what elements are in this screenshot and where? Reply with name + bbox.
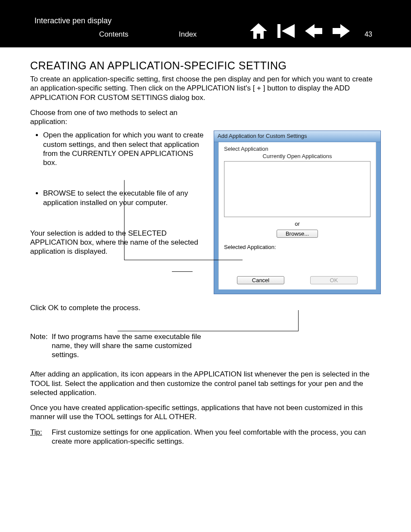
choose-methods: Choose from one of two methods to select… xyxy=(30,108,211,127)
page-content: CREATING AN APPLICATION-SPECIFIC SETTING… xyxy=(0,47,411,446)
bullet-open-app: Open the application for which you want … xyxy=(43,131,205,167)
currently-open-label: Currently Open Applications xyxy=(224,153,371,159)
tip-label: Tip: xyxy=(30,428,52,446)
connector-line xyxy=(298,310,299,331)
index-link[interactable]: Index xyxy=(179,30,197,39)
note-label: Note: xyxy=(30,332,52,360)
select-application-label: Select Application xyxy=(224,146,371,152)
selection-paragraph: Your selection is added to the SELECTED … xyxy=(30,229,205,256)
svg-rect-1 xyxy=(277,24,280,38)
svg-marker-3 xyxy=(305,24,322,38)
tip-text: First customize settings for one applica… xyxy=(52,428,381,446)
browse-button[interactable]: Browse... xyxy=(277,230,318,238)
next-page-icon[interactable] xyxy=(333,23,350,39)
svg-marker-2 xyxy=(282,24,295,38)
intro-paragraph: To create an application-specific settin… xyxy=(30,75,381,102)
dialog-titlebar: Add Application for Custom Settings xyxy=(214,131,380,142)
page-number: 43 xyxy=(364,31,372,38)
home-icon[interactable] xyxy=(250,23,267,39)
page-heading: CREATING AN APPLICATION-SPECIFIC SETTING xyxy=(30,59,381,72)
after-paragraph: After adding an application, its icon ap… xyxy=(30,370,381,397)
cancel-button[interactable]: Cancel xyxy=(237,276,284,284)
open-applications-listbox[interactable] xyxy=(224,161,371,217)
connector-line xyxy=(124,260,243,260)
add-application-dialog: Add Application for Custom Settings Sele… xyxy=(214,131,381,294)
header-bar: Interactive pen display Contents Index 4… xyxy=(0,0,411,47)
or-label: or xyxy=(224,221,371,227)
once-paragraph: Once you have created application-specif… xyxy=(30,403,381,422)
first-page-icon[interactable] xyxy=(277,23,295,39)
contents-link[interactable]: Contents xyxy=(99,30,128,39)
selected-application-box xyxy=(224,250,371,273)
ok-button[interactable]: OK xyxy=(310,276,358,284)
connector-line xyxy=(172,271,193,272)
selected-application-label: Selected Application: xyxy=(224,244,371,250)
prev-page-icon[interactable] xyxy=(305,23,322,39)
note-text: If two programs have the same executable… xyxy=(52,332,215,360)
document-title: Interactive pen display xyxy=(34,16,112,25)
connector-line xyxy=(124,180,125,260)
svg-marker-4 xyxy=(333,24,350,38)
connector-line xyxy=(118,331,299,331)
svg-marker-0 xyxy=(250,23,267,39)
ok-paragraph: Click OK to complete the process. xyxy=(30,304,205,312)
